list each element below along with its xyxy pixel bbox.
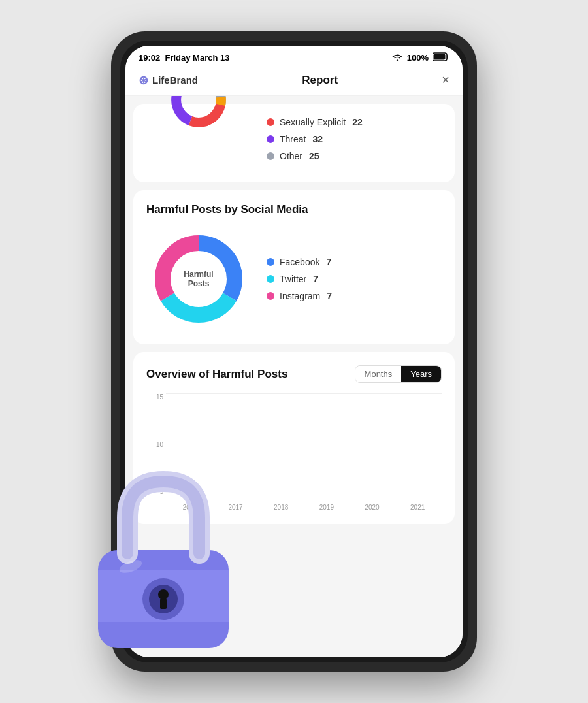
- x-label-2019: 2019: [305, 504, 348, 511]
- legend-item-twitter: Twitter 7: [267, 274, 332, 284]
- years-toggle[interactable]: Years: [401, 366, 441, 382]
- months-toggle[interactable]: Months: [355, 366, 402, 382]
- app-header: ⊛ LifeBrand Report ×: [125, 67, 463, 96]
- y-label-top: 15: [156, 393, 163, 401]
- status-bar: 19:02 Friday March 13 100%: [125, 46, 463, 67]
- overview-header: Overview of Harmful Posts Months Years: [146, 365, 442, 383]
- time-toggle-group[interactable]: Months Years: [355, 365, 442, 383]
- social-donut-chart: Harmful Posts: [146, 227, 251, 331]
- other-dot: [267, 152, 274, 160]
- x-label-2021: 2021: [396, 504, 439, 511]
- category-chart-card: Sexually Explicit 22 Threat 32: [133, 104, 455, 182]
- social-media-chart-title: Harmful Posts by Social Media: [146, 203, 442, 216]
- tablet-device: 19:02 Friday March 13 100%: [111, 31, 477, 672]
- brand-logo: ⊛ LifeBrand: [139, 73, 198, 88]
- svg-rect-1: [434, 54, 446, 60]
- close-button[interactable]: ×: [442, 73, 449, 88]
- header-title: Report: [302, 74, 338, 87]
- legend-item-facebook: Facebook 7: [267, 257, 332, 267]
- brand-name: LifeBrand: [152, 74, 198, 86]
- social-legend: Facebook 7 Twitter 7 I: [267, 257, 332, 301]
- donut-center-label: Harmful Posts: [172, 270, 225, 288]
- instagram-dot: [267, 292, 274, 300]
- y-label-mid: 10: [156, 441, 163, 448]
- legend-item-other: Other 25: [267, 151, 363, 161]
- overview-card: Overview of Harmful Posts Months Years 1…: [133, 352, 455, 524]
- battery-label: 100%: [407, 53, 429, 63]
- brand-icon: ⊛: [139, 73, 148, 88]
- legend-item-instagram: Instagram 7: [267, 291, 332, 301]
- x-label-2016: 2016: [169, 504, 212, 511]
- x-label-2018: 2018: [259, 504, 302, 511]
- y-label-bot: 5: [159, 488, 163, 495]
- social-media-chart-card: Harmful Posts by Social Media: [133, 190, 455, 344]
- legend-item-sexually-explicit: Sexually Explicit 22: [267, 117, 363, 127]
- category-legend: Sexually Explicit 22 Threat 32: [267, 117, 363, 161]
- legend-item-threat: Threat 32: [267, 134, 363, 144]
- main-content: Sexually Explicit 22 Threat 32: [125, 96, 463, 657]
- facebook-dot: [267, 258, 274, 266]
- status-icons: 100%: [391, 52, 449, 63]
- overview-title: Overview of Harmful Posts: [146, 368, 287, 381]
- wifi-icon: [391, 52, 403, 63]
- sexually-explicit-dot: [267, 118, 274, 126]
- x-label-2020: 2020: [351, 504, 394, 511]
- status-time-date: 19:02 Friday March 13: [139, 53, 229, 63]
- twitter-dot: [267, 275, 274, 283]
- battery-icon: [433, 52, 449, 63]
- threat-dot: [267, 135, 274, 143]
- x-label-2017: 2017: [214, 504, 257, 511]
